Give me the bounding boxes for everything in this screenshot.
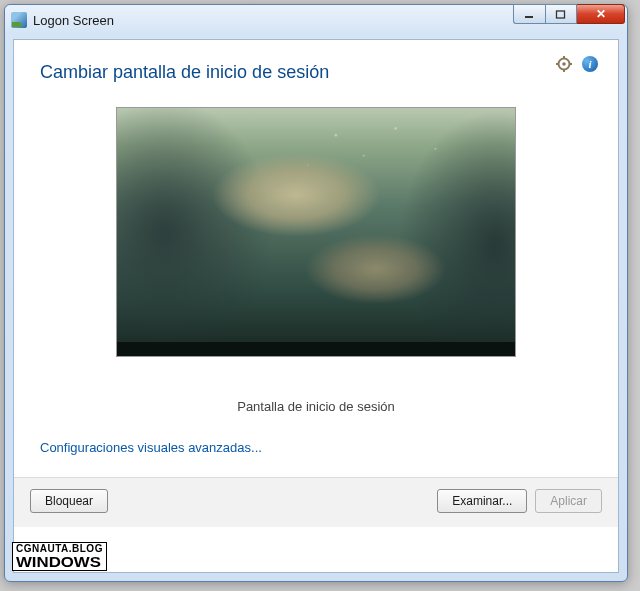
- maximize-icon: [555, 10, 567, 19]
- app-icon: [11, 12, 27, 28]
- svg-rect-0: [525, 16, 533, 18]
- page-title: Cambiar pantalla de inicio de sesión: [40, 62, 556, 83]
- minimize-icon: [524, 10, 536, 19]
- window-title: Logon Screen: [33, 13, 513, 28]
- titlebar[interactable]: Logon Screen ✕: [5, 5, 627, 35]
- close-button[interactable]: ✕: [577, 4, 625, 24]
- watermark-line2: WINDOWS: [16, 554, 113, 569]
- lock-button[interactable]: Bloquear: [30, 489, 108, 513]
- apply-button[interactable]: Aplicar: [535, 489, 602, 513]
- app-window: Logon Screen ✕ Cambiar pantalla de inici…: [4, 4, 628, 582]
- settings-icon[interactable]: [556, 56, 572, 72]
- info-icon[interactable]: i: [582, 56, 598, 72]
- svg-rect-1: [557, 11, 565, 18]
- footer-bar: Bloquear Examinar... Aplicar: [14, 477, 618, 527]
- header-row: Cambiar pantalla de inicio de sesión i: [14, 40, 618, 83]
- svg-point-3: [562, 62, 566, 66]
- minimize-button[interactable]: [513, 4, 545, 24]
- logon-preview-image: [116, 107, 516, 357]
- content-area: Cambiar pantalla de inicio de sesión i P…: [13, 39, 619, 573]
- header-icons: i: [556, 56, 598, 72]
- watermark: CGNAUTA.BLOG WINDOWS: [12, 542, 107, 571]
- browse-button[interactable]: Examinar...: [437, 489, 527, 513]
- window-controls: ✕: [513, 4, 625, 24]
- close-icon: ✕: [596, 7, 606, 21]
- preview-wrap: [14, 83, 618, 357]
- advanced-visual-link[interactable]: Configuraciones visuales avanzadas...: [14, 432, 618, 455]
- maximize-button[interactable]: [545, 4, 577, 24]
- preview-caption: Pantalla de inicio de sesión: [14, 357, 618, 432]
